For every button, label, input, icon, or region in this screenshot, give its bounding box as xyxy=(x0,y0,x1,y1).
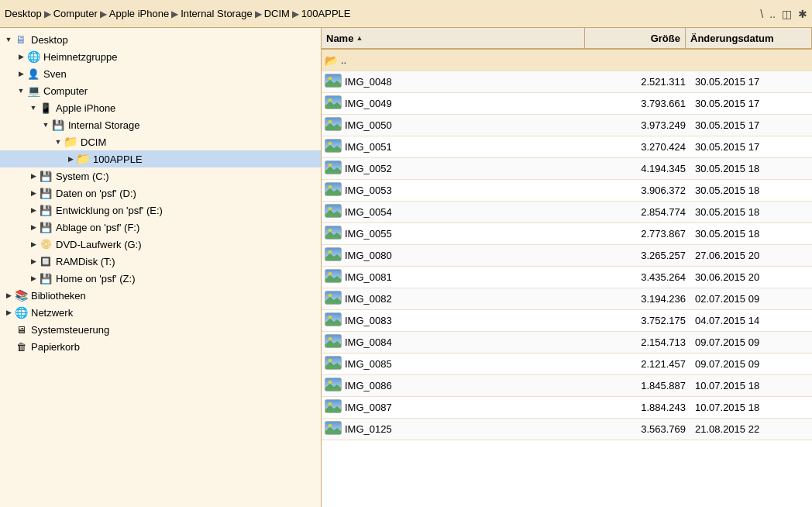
col-header-name[interactable]: Name ▲ xyxy=(322,28,585,48)
expand-arrow-heimnetzgruppe[interactable] xyxy=(15,51,26,62)
toolbar-icon-backslash[interactable]: \ xyxy=(760,8,763,20)
file-row[interactable]: IMG_00842.154.71309.07.2015 09 xyxy=(322,332,812,354)
file-row[interactable]: IMG_01253.563.76921.08.2015 22 xyxy=(322,419,812,440)
tree-icon-apple-iphone: 📱 xyxy=(39,101,53,115)
tree-label-computer: Computer xyxy=(43,85,88,97)
expand-arrow-netzwerk[interactable] xyxy=(3,307,14,318)
addr-segment-4[interactable]: DCIM xyxy=(264,8,290,19)
expand-arrow-daten-d[interactable] xyxy=(28,188,39,198)
file-row[interactable]: IMG_00823.194.23602.07.2015 09 xyxy=(322,288,812,310)
file-date-14: 09.07.2015 09 xyxy=(692,358,812,370)
tree-item-ramdisk-t[interactable]: 🔲RAMDisk (T:) xyxy=(0,253,321,270)
expand-arrow-system-c[interactable] xyxy=(28,171,39,181)
tree-item-daten-d[interactable]: 💾Daten on 'psf' (D:) xyxy=(0,185,321,202)
addr-segment-0[interactable]: Desktop xyxy=(5,8,42,19)
toolbar-right: \ .. ◫ ✱ xyxy=(760,8,807,20)
file-row[interactable]: IMG_00552.773.86730.05.2015 18 xyxy=(322,223,812,245)
file-row[interactable]: 📂.. xyxy=(322,50,812,71)
file-icon-15 xyxy=(322,378,345,394)
svg-point-46 xyxy=(329,316,332,319)
file-icon-0: 📂 xyxy=(322,54,341,67)
file-row[interactable]: IMG_00513.270.42430.05.2015 17 xyxy=(322,136,812,158)
file-name-17: IMG_0125 xyxy=(345,423,591,435)
expand-arrow-ablage-f[interactable] xyxy=(28,222,39,233)
col-header-size[interactable]: Größe xyxy=(585,28,686,48)
tree-item-home-z[interactable]: 💾Home on 'psf' (Z:) xyxy=(0,270,321,287)
file-row[interactable]: IMG_00871.884.24310.07.2015 18 xyxy=(322,397,812,419)
tree-item-system-c[interactable]: 💾System (C:) xyxy=(0,167,321,185)
file-row[interactable]: IMG_00542.854.77430.05.2015 18 xyxy=(322,202,812,223)
expand-arrow-sven[interactable] xyxy=(15,68,26,79)
tree-item-dvd-g[interactable]: 📀DVD-Laufwerk (G:) xyxy=(0,236,321,253)
file-row[interactable]: IMG_00503.973.24930.05.2015 17 xyxy=(322,115,812,136)
file-size-17: 3.563.769 xyxy=(591,423,692,435)
file-row[interactable]: IMG_00482.521.31130.05.2015 17 xyxy=(322,71,812,93)
tree-item-entwicklung-e[interactable]: 💾Entwicklung on 'psf' (E:) xyxy=(0,202,321,219)
expand-arrow-desktop[interactable] xyxy=(3,34,14,45)
addr-segment-2[interactable]: Apple iPhone xyxy=(109,8,169,19)
toolbar-icon-window[interactable]: ◫ xyxy=(782,8,792,20)
tree-icon-100apple: 📁 xyxy=(76,152,90,166)
tree-item-sven[interactable]: 👤Sven xyxy=(0,65,321,82)
tree-item-ablage-f[interactable]: 💾Ablage on 'psf' (F:) xyxy=(0,219,321,236)
expand-arrow-ramdisk-t[interactable] xyxy=(28,256,39,267)
svg-point-2 xyxy=(329,77,332,80)
file-icon-2 xyxy=(322,95,345,112)
tree-item-papierkorb[interactable]: 🗑Papierkorb xyxy=(0,338,321,355)
tree-label-desktop: Desktop xyxy=(31,34,68,46)
tree-item-apple-iphone[interactable]: 📱Apple iPhone xyxy=(0,99,321,116)
expand-arrow-entwicklung-e[interactable] xyxy=(28,205,39,216)
file-name-3: IMG_0050 xyxy=(345,119,591,131)
addr-segment-5[interactable]: 100APPLE xyxy=(301,8,351,19)
tree-item-desktop[interactable]: 🖥Desktop xyxy=(0,31,321,48)
tree-item-netzwerk[interactable]: 🌐Netzwerk xyxy=(0,304,321,321)
file-date-4: 30.05.2015 17 xyxy=(692,141,812,153)
tree-item-dcim[interactable]: 📁DCIM xyxy=(0,133,321,150)
svg-point-66 xyxy=(329,424,332,427)
tree-item-internal-storage[interactable]: 💾Internal Storage xyxy=(0,116,321,133)
file-name-7: IMG_0054 xyxy=(345,206,591,218)
file-date-16: 10.07.2015 18 xyxy=(692,402,812,413)
toolbar-icon-dots[interactable]: .. xyxy=(769,8,776,20)
col-header-date[interactable]: Änderungsdatum xyxy=(686,28,812,48)
tree-icon-system-c: 💾 xyxy=(39,169,53,183)
file-icon-4 xyxy=(322,139,345,155)
file-size-15: 1.845.887 xyxy=(591,380,692,391)
file-size-16: 1.884.243 xyxy=(591,402,692,413)
addr-segment-3[interactable]: Internal Storage xyxy=(181,8,253,19)
file-date-9: 27.06.2015 20 xyxy=(692,250,812,261)
expand-arrow-dcim[interactable] xyxy=(53,136,64,147)
svg-point-18 xyxy=(329,164,332,167)
tree-icon-daten-d: 💾 xyxy=(39,186,53,200)
tree-item-computer[interactable]: 💻Computer xyxy=(0,82,321,99)
expand-arrow-computer[interactable] xyxy=(15,85,26,96)
addr-segment-1[interactable]: Computer xyxy=(53,8,98,19)
file-row[interactable]: IMG_00524.194.34530.05.2015 18 xyxy=(322,158,812,180)
file-row[interactable]: IMG_00861.845.88710.07.2015 18 xyxy=(322,375,812,397)
expand-arrow-apple-iphone[interactable] xyxy=(28,102,39,113)
file-row[interactable]: IMG_00803.265.25727.06.2015 20 xyxy=(322,245,812,267)
file-row[interactable]: IMG_00493.793.66130.05.2015 17 xyxy=(322,93,812,115)
file-row[interactable]: IMG_00852.121.45709.07.2015 09 xyxy=(322,354,812,375)
expand-arrow-home-z[interactable] xyxy=(28,273,39,284)
col-size-label: Größe xyxy=(651,33,680,44)
file-icon-6 xyxy=(322,182,345,198)
svg-point-10 xyxy=(329,120,332,123)
tree-item-100apple[interactable]: 📁100APPLE xyxy=(0,150,321,167)
svg-point-6 xyxy=(329,98,332,102)
tree-item-systemsteuerung[interactable]: 🖥Systemsteuerung xyxy=(0,321,321,338)
toolbar-icon-star[interactable]: ✱ xyxy=(798,8,807,20)
tree-item-bibliotheken[interactable]: 📚Bibliotheken xyxy=(0,287,321,304)
file-row[interactable]: IMG_00813.435.26430.06.2015 20 xyxy=(322,267,812,288)
file-row[interactable]: IMG_00533.906.37230.05.2015 18 xyxy=(322,180,812,202)
file-date-2: 30.05.2015 17 xyxy=(692,98,812,109)
expand-arrow-bibliotheken[interactable] xyxy=(3,290,14,301)
expand-arrow-internal-storage[interactable] xyxy=(40,119,51,130)
file-row[interactable]: IMG_00833.752.17504.07.2015 14 xyxy=(322,310,812,332)
tree-icon-desktop: 🖥 xyxy=(14,33,28,47)
expand-arrow-dvd-g[interactable] xyxy=(28,239,39,250)
expand-arrow-100apple[interactable] xyxy=(65,153,76,164)
file-size-2: 3.793.661 xyxy=(591,98,692,109)
tree-item-heimnetzgruppe[interactable]: 🌐Heimnetzgruppe xyxy=(0,48,321,65)
tree-label-bibliotheken: Bibliotheken xyxy=(31,290,86,302)
